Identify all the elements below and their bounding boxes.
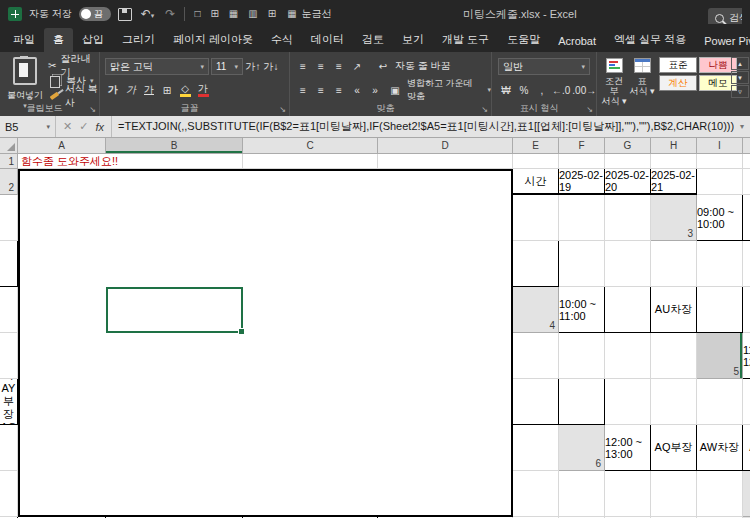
decrease-indent-icon[interactable]: « [349, 82, 365, 98]
cell-H3[interactable] [697, 241, 743, 287]
cancel-icon[interactable]: ✕ [63, 120, 72, 133]
ribbon-tab[interactable]: 개발 도구 [433, 28, 498, 52]
column-header-B[interactable]: B [106, 138, 243, 154]
grow-font-icon[interactable]: 가↑ [245, 59, 261, 75]
cell-A6[interactable]: 12:00 ~ 13:00 [605, 425, 651, 471]
cell-D1[interactable] [378, 154, 513, 169]
autosave-toggle[interactable]: 끔 [79, 7, 111, 21]
align-bottom-icon[interactable]: ≡ [331, 58, 347, 74]
underline-icon[interactable]: 가 [141, 82, 157, 98]
column-header-I[interactable]: I [697, 138, 743, 154]
row-header-7[interactable]: 7 [743, 471, 750, 517]
merge-center-button[interactable]: ▣ 병합하고 가운데 맞춤 ▾ [387, 83, 491, 98]
cell-E3[interactable] [559, 241, 605, 287]
cell-D2[interactable]: 2025-02-21 [651, 169, 697, 195]
search-box[interactable]: 검색 [708, 8, 742, 24]
cell-F4[interactable] [0, 333, 18, 379]
align-left-icon[interactable]: ≡ [295, 82, 311, 98]
cell-H6[interactable] [605, 471, 651, 517]
cell-F3[interactable] [605, 241, 651, 287]
cell-E6[interactable] [0, 471, 18, 517]
cell-C3[interactable] [0, 241, 18, 287]
cell-F2[interactable] [743, 169, 750, 195]
cell-B1[interactable] [106, 154, 243, 169]
accounting-format-icon[interactable]: ₩ [498, 82, 514, 98]
ribbon-tab[interactable]: 엑셀 실무 적용 [605, 28, 695, 52]
gallery-more-icon[interactable]: ▿ [731, 85, 749, 98]
decrease-decimal-icon[interactable]: .00→ [572, 82, 596, 98]
row-header-4[interactable]: 4 [513, 287, 559, 333]
ribbon-tab[interactable]: 보기 [393, 28, 433, 52]
borders-icon[interactable]: ⊞ [159, 82, 175, 98]
cell-style-계산[interactable]: 계산 [659, 75, 697, 91]
cell-E1[interactable] [513, 154, 559, 169]
cell-H5[interactable] [743, 379, 750, 425]
align-middle-icon[interactable]: ≡ [313, 58, 329, 74]
picture-icon[interactable]: ▦ [227, 8, 240, 20]
italic-icon[interactable]: 가 [123, 82, 139, 98]
ribbon-tab[interactable]: 검토 [353, 28, 393, 52]
cell-G2[interactable] [0, 195, 18, 241]
ribbon-tab[interactable]: 그리기 [113, 28, 164, 52]
cell-style-표준[interactable]: 표준 [659, 57, 697, 73]
align-top-icon[interactable]: ≡ [295, 58, 311, 74]
cell-I2[interactable] [559, 195, 605, 241]
borders-icon[interactable]: ⊞ [266, 8, 278, 20]
cell-E4[interactable] [743, 287, 750, 333]
insert-function-icon[interactable]: fx [95, 121, 104, 133]
cell-C2[interactable]: 2025-02-20 [605, 169, 651, 195]
cell-A1[interactable]: 함수좀 도와주세요!! [18, 154, 106, 169]
percent-icon[interactable]: % [516, 82, 532, 98]
row-header-5[interactable]: 5 [697, 333, 743, 379]
cell-B6[interactable]: AQ부장 [651, 425, 697, 471]
cell-A2[interactable]: 시간 [513, 169, 559, 195]
comma-icon[interactable]: , [534, 82, 550, 98]
align-center-icon[interactable]: ≡ [313, 82, 329, 98]
cell-D6[interactable]: AI사원 [743, 425, 750, 471]
enter-icon[interactable]: ✓ [79, 120, 88, 133]
ribbon-tab[interactable]: Power Pivot [695, 31, 750, 52]
column-header-E[interactable]: E [513, 138, 559, 154]
cell-I1[interactable] [697, 154, 743, 169]
increase-decimal-icon[interactable]: ←.0 [552, 82, 570, 98]
chart-icon[interactable]: ▥ [246, 8, 259, 20]
cut-button[interactable]: ✂ 잘라내기 [48, 58, 99, 73]
cell-I6[interactable] [651, 471, 697, 517]
formula-input[interactable]: =TEXTJOIN(,,SUBSTITUTE(IF(B$2=표1[미팅날짜],I… [112, 119, 734, 134]
cell-H2[interactable] [513, 195, 559, 241]
cell-C1[interactable] [243, 154, 378, 169]
cell-D4[interactable] [697, 287, 743, 333]
table-icon[interactable]: ⊞ [208, 8, 220, 20]
new-file-icon[interactable]: □ [192, 8, 202, 20]
column-header-D[interactable]: D [378, 138, 513, 154]
increase-indent-icon[interactable]: » [367, 82, 383, 98]
cell-A3[interactable]: 09:00 ~ 10:00 [697, 195, 743, 241]
cell-G5[interactable] [697, 379, 743, 425]
cell-F5[interactable] [651, 379, 697, 425]
ribbon-tab[interactable]: 수식 [262, 28, 302, 52]
cell-G6[interactable] [559, 471, 605, 517]
cell-A4[interactable]: 10:00 ~ 11:00 [559, 287, 605, 333]
column-header-A[interactable]: A [18, 138, 106, 154]
cell-E5[interactable] [605, 379, 651, 425]
cell-H1[interactable] [651, 154, 697, 169]
row-header-6[interactable]: 6 [559, 425, 605, 471]
cell-B5[interactable]: AR대리 AY부장 AO대리 [0, 379, 18, 425]
format-as-table-button[interactable]: 표 서식 ▾ [629, 58, 655, 96]
cell-H4[interactable] [559, 333, 605, 379]
conditional-formatting-button[interactable]: 조건부 서식 ▾ [601, 58, 627, 106]
column-header-H[interactable]: H [651, 138, 697, 154]
row-header-3[interactable]: 3 [651, 195, 697, 241]
gridlines-toggle[interactable]: ▦ 눈금선 [285, 7, 331, 21]
cell-G1[interactable] [605, 154, 651, 169]
number-dialog-launcher-icon[interactable]: ↘ [586, 105, 593, 114]
cell-I4[interactable] [605, 333, 651, 379]
cell-F6[interactable] [513, 471, 559, 517]
font-name-select[interactable]: 맑은 고딕 ▾ [105, 58, 209, 75]
font-dialog-launcher-icon[interactable]: ↘ [279, 105, 286, 114]
bold-icon[interactable]: 가 [105, 82, 121, 98]
ribbon-tab[interactable]: 파일 [4, 28, 44, 52]
row-header-1[interactable]: 1 [0, 154, 18, 169]
redo-icon[interactable]: ↷ [163, 7, 177, 21]
cell-C4[interactable]: AU차장 [651, 287, 697, 333]
